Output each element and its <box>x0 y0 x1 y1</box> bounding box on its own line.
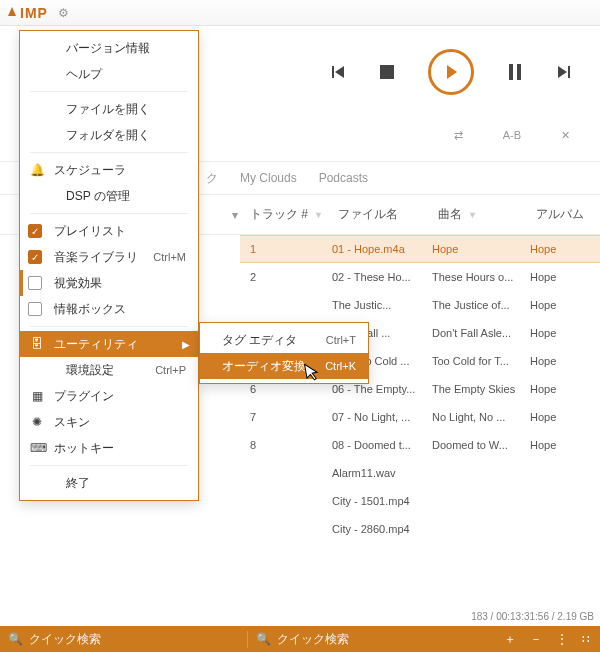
menu-hotkey[interactable]: ⌨ホットキー <box>20 435 198 461</box>
menu-scheduler[interactable]: 🔔スケジューラ <box>20 157 198 183</box>
main-menu: バージョン情報 ヘルプ ファイルを開く フォルダを開く 🔔スケジューラ DSP … <box>19 30 199 501</box>
menu-infobox[interactable]: 情報ボックス <box>20 296 198 322</box>
menu-separator <box>30 465 188 466</box>
menu-separator <box>30 213 188 214</box>
filter-icon[interactable]: ▼ <box>314 210 323 220</box>
quick-search-left[interactable]: 🔍クイック検索 <box>0 631 248 648</box>
column-album[interactable]: アルバム <box>536 206 600 223</box>
search-icon: 🔍 <box>256 632 271 646</box>
svg-rect-2 <box>509 64 513 80</box>
bell-icon: 🔔 <box>30 163 44 177</box>
menu-visual[interactable]: 視覚効果 <box>20 270 198 296</box>
menu-skin[interactable]: ✺スキン <box>20 409 198 435</box>
menu-env-settings[interactable]: 環境設定Ctrl+P <box>20 357 198 383</box>
menu-utility[interactable]: 🗄ユーティリティ▶ <box>20 331 198 357</box>
gear-icon[interactable]: ⚙ <box>58 6 69 20</box>
chevron-right-icon: ▶ <box>182 339 190 350</box>
tab-unknown[interactable]: ク <box>206 170 218 187</box>
column-file[interactable]: ファイル名 <box>338 206 438 223</box>
svg-rect-3 <box>517 64 521 80</box>
add-button[interactable]: ＋ <box>504 631 516 648</box>
menu-help[interactable]: ヘルプ <box>20 61 198 87</box>
checkbox-empty-icon <box>28 302 42 316</box>
footer-bar: 🔍クイック検索 🔍クイック検索 ＋ － ⋮ ∷ <box>0 626 600 652</box>
table-row[interactable]: 707 - No Light, ...No Light, No ...Hope <box>240 403 600 431</box>
next-button[interactable] <box>556 64 572 80</box>
menu-dsp[interactable]: DSP の管理 <box>20 183 198 209</box>
menu-library[interactable]: ✓音楽ライブラリCtrl+M <box>20 244 198 270</box>
logo-text: IMP <box>20 5 48 21</box>
menu-separator <box>30 152 188 153</box>
menu-open-folder[interactable]: フォルダを開く <box>20 122 198 148</box>
menu-plugin[interactable]: ▦プラグイン <box>20 383 198 409</box>
submenu-tag-editor[interactable]: タグ エディタCtrl+T <box>200 327 368 353</box>
plugin-icon: ▦ <box>30 389 44 403</box>
table-row[interactable]: 808 - Doomed t...Doomed to W...Hope <box>240 431 600 459</box>
table-row[interactable]: Alarm11.wav <box>240 459 600 487</box>
column-song[interactable]: 曲名▼ <box>438 206 536 223</box>
menu-playlist[interactable]: ✓プレイリスト <box>20 218 198 244</box>
play-button[interactable] <box>428 49 474 95</box>
tab-myclouds[interactable]: My Clouds <box>240 171 297 185</box>
menu-open-file[interactable]: ファイルを開く <box>20 96 198 122</box>
table-row[interactable]: City - 1501.mp4 <box>240 487 600 515</box>
submenu-audio-convert[interactable]: オーディオ変換Ctrl+K <box>200 353 368 379</box>
table-row[interactable]: The Justic...The Justice of...Hope <box>240 291 600 319</box>
filter-icon[interactable]: ▼ <box>468 210 477 220</box>
previous-button[interactable] <box>330 64 346 80</box>
footer-icons: ＋ － ⋮ ∷ <box>494 631 600 648</box>
shuffle-icon[interactable]: ✕ <box>561 129 570 142</box>
tab-podcasts[interactable]: Podcasts <box>319 171 368 185</box>
svg-rect-1 <box>380 65 394 79</box>
skin-icon: ✺ <box>30 415 44 429</box>
search-icon: 🔍 <box>8 632 23 646</box>
grid-icon[interactable]: ∷ <box>582 632 590 646</box>
pause-button[interactable] <box>508 64 522 80</box>
toolbox-icon: 🗄 <box>30 337 44 351</box>
track-list: 101 - Hope.m4aHopeHope 202 - These Ho...… <box>240 235 600 543</box>
repeat-icon[interactable]: ⇄ <box>454 129 463 142</box>
table-row[interactable]: City - 2860.mp4 <box>240 515 600 543</box>
menu-dots-icon[interactable]: ⋮ <box>556 632 568 646</box>
svg-rect-4 <box>568 66 570 78</box>
menu-separator <box>30 326 188 327</box>
app-logo: IMP <box>8 5 48 21</box>
menu-separator <box>30 91 188 92</box>
stop-button[interactable] <box>380 65 394 79</box>
svg-rect-0 <box>332 66 334 78</box>
ab-repeat-button[interactable]: A-B <box>503 129 521 141</box>
menu-version[interactable]: バージョン情報 <box>20 35 198 61</box>
status-text: 183 / 00:13:31:56 / 2.19 GB <box>471 611 594 622</box>
title-bar: IMP ⚙ <box>0 0 600 26</box>
checkbox-empty-icon <box>28 276 42 290</box>
utility-submenu: タグ エディタCtrl+T オーディオ変換Ctrl+K <box>199 322 369 384</box>
menu-quit[interactable]: 終了 <box>20 470 198 496</box>
logo-a-icon <box>8 7 16 16</box>
table-row[interactable]: 202 - These Ho...These Hours o...Hope <box>240 263 600 291</box>
quick-search-right[interactable]: 🔍クイック検索 <box>248 631 495 648</box>
checkbox-checked-icon: ✓ <box>28 250 42 264</box>
sort-dropdown-icon[interactable]: ▾ <box>220 208 250 222</box>
checkbox-checked-icon: ✓ <box>28 224 42 238</box>
remove-button[interactable]: － <box>530 631 542 648</box>
table-row[interactable]: 101 - Hope.m4aHopeHope <box>240 235 600 263</box>
keyboard-icon: ⌨ <box>30 441 44 455</box>
column-track[interactable]: トラック #▼ <box>250 206 338 223</box>
